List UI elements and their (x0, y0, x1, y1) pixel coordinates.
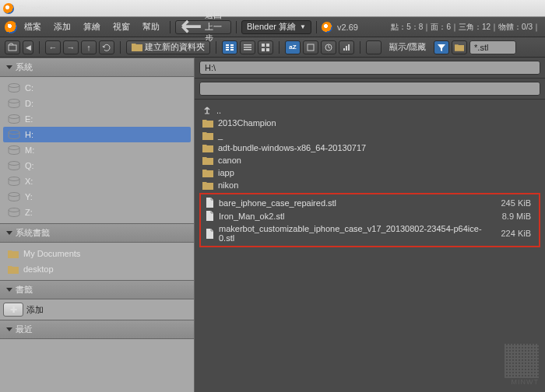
nav-refresh-button[interactable] (99, 40, 114, 54)
view-list-button[interactable] (240, 40, 255, 54)
svg-rect-14 (308, 44, 314, 51)
folder-row[interactable]: canon (199, 154, 540, 166)
menu-file[interactable]: 檔案 (19, 19, 47, 34)
menu-add[interactable]: 添加 (48, 19, 76, 34)
showhide-check[interactable] (366, 40, 382, 54)
svg-point-20 (9, 146, 19, 150)
back-button[interactable]: 返回上一步 (175, 20, 231, 34)
nav-fwd-button[interactable]: → (63, 40, 79, 54)
filebrowser-icon-button[interactable] (5, 40, 20, 54)
blender-logo-icon (3, 3, 14, 14)
stats-text: 點：5：8｜面：6｜三角：12｜物體：0/3｜ (391, 22, 540, 33)
svg-rect-3 (226, 49, 229, 51)
add-bookmark-button[interactable]: ✚ (3, 303, 23, 317)
sort-time-button[interactable] (321, 40, 336, 54)
highlighted-files: bare_iphone_case_repaired.stl245 KiBIron… (199, 193, 540, 247)
qr-icon (505, 344, 539, 378)
parent-dir-row[interactable]: .. (199, 104, 540, 117)
drive-item[interactable]: X: (3, 173, 191, 189)
drive-item[interactable]: D: (3, 96, 191, 111)
svg-rect-7 (244, 44, 251, 46)
svg-rect-12 (262, 48, 265, 51)
path-input[interactable] (199, 61, 540, 75)
engine-label: Blender 算繪 (247, 21, 296, 33)
menu-help[interactable]: 幫助 (137, 19, 165, 34)
drive-item[interactable]: M: (3, 142, 191, 158)
watermark: MINWT (505, 344, 539, 386)
window-title: Blender (19, 4, 48, 13)
svg-point-23 (9, 193, 19, 197)
filename-input[interactable] (199, 82, 540, 96)
nav-up-button[interactable]: ↑ (81, 40, 97, 54)
file-row[interactable]: Iron_Man_ok2.stl8.9 MiB (202, 209, 537, 222)
svg-point-21 (9, 162, 19, 166)
menu-render[interactable]: 算繪 (78, 19, 106, 34)
file-row[interactable]: makerbot_customizable_iphone_case_v17_20… (202, 222, 537, 244)
svg-rect-1 (226, 44, 229, 46)
drive-item[interactable]: Z: (3, 205, 191, 220)
chevron-down-icon: ▼ (300, 23, 306, 30)
svg-rect-6 (230, 49, 234, 51)
svg-rect-2 (226, 47, 229, 48)
svg-rect-10 (262, 44, 265, 47)
svg-rect-8 (244, 47, 251, 48)
engine-selector[interactable]: Blender 算繪 ▼ (241, 20, 311, 34)
blender-small-icon (322, 22, 332, 33)
drive-item[interactable]: C: (3, 80, 191, 96)
version-label: v2.69 (337, 23, 358, 32)
svg-rect-13 (266, 48, 269, 51)
sort-size-button[interactable] (339, 40, 354, 54)
folder-row[interactable]: 2013Champion (199, 117, 540, 129)
triangle-down-icon (6, 65, 12, 69)
svg-point-17 (9, 100, 19, 103)
nav-back-button[interactable]: ← (45, 40, 61, 54)
view-thumb-button[interactable] (258, 40, 273, 54)
blender-icon[interactable] (5, 21, 17, 33)
drive-item[interactable]: H: (3, 127, 191, 142)
back-arrow-icon (181, 16, 202, 37)
file-toolbar: ◀ ← → ↑ 建立新的資料夾 aZ 顯示/隱藏 (0, 37, 545, 58)
collapse-button[interactable]: ◀ (23, 40, 33, 54)
drive-item[interactable]: E: (3, 111, 191, 127)
drive-item[interactable]: Y: (3, 189, 191, 205)
triangle-down-icon (6, 231, 12, 235)
svg-rect-5 (230, 47, 234, 48)
drive-item[interactable]: Q: (3, 158, 191, 173)
drives-list: C:D:E:H:M:Q:X:Y:Z: (0, 77, 194, 223)
menu-window[interactable]: 視窗 (107, 19, 135, 34)
window-titlebar: Blender (0, 0, 545, 17)
filter-toggle[interactable] (434, 40, 449, 54)
folder-row[interactable]: _ (199, 129, 540, 142)
svg-point-19 (9, 131, 19, 135)
triangle-down-icon (6, 327, 12, 331)
svg-rect-11 (266, 44, 269, 47)
filter-input[interactable] (469, 40, 516, 54)
svg-point-18 (9, 115, 19, 119)
filter-folder-button[interactable] (452, 40, 467, 54)
view-short-button[interactable] (222, 40, 237, 54)
svg-point-24 (9, 208, 19, 212)
plus-icon: ✚ (10, 305, 17, 315)
recent-panel-header[interactable]: 最近 (0, 320, 194, 339)
new-folder-label: 建立新的資料夾 (145, 41, 205, 53)
up-arrow-icon (202, 106, 212, 115)
sort-az-button[interactable]: aZ (285, 40, 301, 54)
svg-rect-9 (244, 49, 251, 51)
folder-row[interactable]: nikon (199, 179, 540, 191)
bookmark-panel-header[interactable]: 書籤 (0, 280, 194, 299)
system-panel-header[interactable]: 系統 (0, 58, 194, 77)
sysbookmark-panel-header[interactable]: 系統書籤 (0, 223, 194, 243)
svg-rect-0 (9, 45, 16, 51)
file-main: .. 2013Champion_adt-bundle-windows-x86_6… (195, 58, 545, 392)
svg-point-22 (9, 177, 19, 181)
bookmark-item[interactable]: My Documents (3, 246, 191, 261)
sort-ext-button[interactable] (303, 40, 318, 54)
new-folder-button[interactable]: 建立新的資料夾 (126, 40, 210, 54)
svg-point-16 (9, 84, 19, 88)
file-row[interactable]: bare_iphone_case_repaired.stl245 KiB (202, 196, 537, 209)
menu-bar: 檔案 添加 算繪 視窗 幫助 返回上一步 Blender 算繪 ▼ v2.69 … (0, 17, 545, 37)
folder-row[interactable]: adt-bundle-windows-x86_64-20130717 (199, 142, 540, 154)
folder-row[interactable]: iapp (199, 166, 540, 179)
svg-rect-4 (230, 44, 234, 46)
bookmark-item[interactable]: desktop (3, 261, 191, 277)
